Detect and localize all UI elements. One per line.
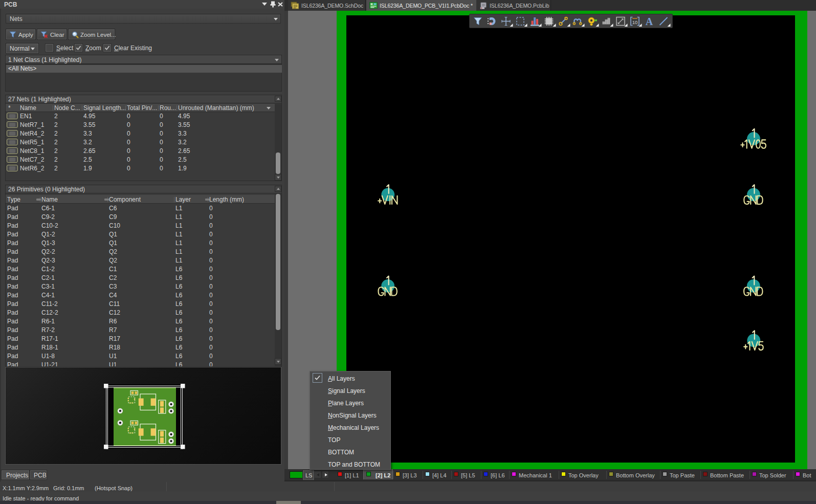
svg-text:10: 10 xyxy=(632,19,638,25)
svg-text:A: A xyxy=(646,16,653,27)
